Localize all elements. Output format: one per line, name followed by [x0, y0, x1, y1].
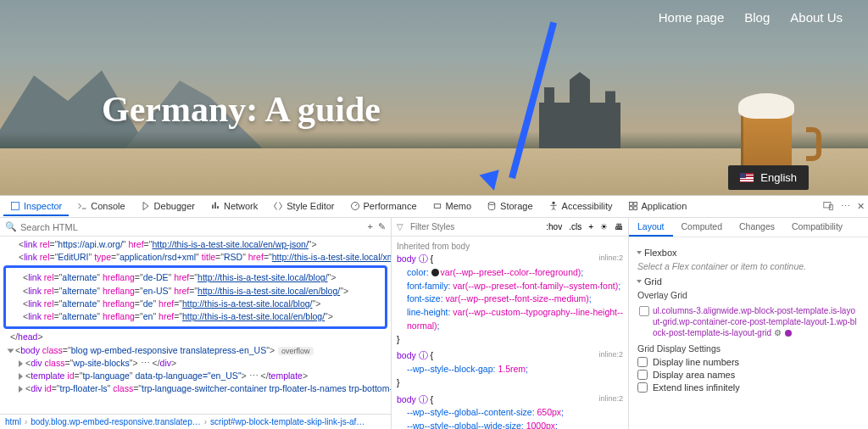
- page-title: Germany: A guide: [102, 89, 381, 130]
- grid-header[interactable]: Grid: [637, 276, 860, 287]
- cls-toggle[interactable]: .cls: [569, 222, 581, 231]
- styles-filter-input[interactable]: [410, 222, 539, 231]
- tab-debugger[interactable]: Debugger: [134, 198, 202, 216]
- svg-rect-2: [434, 203, 441, 208]
- nav-about[interactable]: About Us: [790, 10, 843, 25]
- html-search-input[interactable]: [20, 222, 364, 232]
- language-label: English: [760, 171, 797, 184]
- tab-network[interactable]: Network: [203, 198, 264, 216]
- flexbox-header[interactable]: Flexbox: [637, 248, 860, 258]
- close-icon[interactable]: ✕: [857, 201, 865, 212]
- nav-home[interactable]: Home page: [659, 10, 725, 25]
- add-icon[interactable]: +: [368, 221, 373, 232]
- layout-tab-changes[interactable]: Changes: [731, 218, 783, 237]
- more-icon[interactable]: ⋯: [841, 201, 850, 212]
- layout-tab-computed[interactable]: Computed: [673, 218, 731, 237]
- devtools-tabs: Inspector Console Debugger Network Style…: [0, 196, 868, 218]
- main-nav: Home page Blog About Us: [659, 10, 843, 25]
- svg-rect-8: [633, 206, 637, 209]
- breadcrumb[interactable]: html› body.blog.wp-embed-responsive.tran…: [0, 414, 391, 429]
- svg-point-4: [552, 201, 554, 203]
- filter-icon: ▽: [397, 222, 403, 231]
- svg-rect-5: [629, 202, 632, 205]
- layout-panel: Layout Computed Changes Compatibility Fl…: [629, 218, 868, 429]
- print-icon[interactable]: 🖶: [615, 222, 623, 231]
- tab-memory[interactable]: Memo: [426, 198, 479, 216]
- grid-settings-label: Grid Display Settings: [637, 343, 860, 354]
- add-rule-icon[interactable]: +: [588, 222, 593, 231]
- svg-rect-6: [633, 202, 637, 205]
- language-switcher[interactable]: English: [728, 165, 809, 190]
- styles-panel: ▽ :hov .cls + ☀ 🖶 Inherited from body bo…: [392, 218, 629, 429]
- tab-inspector[interactable]: Inspector: [3, 198, 69, 216]
- check-area-names[interactable]: Display area names: [637, 370, 860, 380]
- tab-application[interactable]: Application: [621, 198, 694, 216]
- hov-toggle[interactable]: :hov: [546, 222, 562, 231]
- check-extend-lines[interactable]: Extend lines infinitely: [637, 382, 860, 393]
- highlighted-hreflang-links: <link rel="alternate" hreflang="de-DE" h…: [3, 265, 387, 329]
- tab-console[interactable]: Console: [70, 198, 131, 216]
- eyedropper-icon[interactable]: ✎: [378, 221, 386, 232]
- html-tree[interactable]: <link rel="https://api.w.org/" href="htt…: [0, 237, 391, 414]
- page-hero: Home page Blog About Us Germany: A guide…: [0, 0, 868, 195]
- tab-styleeditor[interactable]: Style Editor: [266, 198, 341, 216]
- overlay-grid-label: Overlay Grid: [637, 290, 860, 300]
- nav-blog[interactable]: Blog: [744, 10, 770, 25]
- tab-accessibility[interactable]: Accessibility: [542, 198, 620, 216]
- layout-tab-layout[interactable]: Layout: [629, 218, 673, 237]
- svg-point-3: [488, 202, 495, 204]
- html-panel: 🔍 + ✎ <link rel="https://api.w.org/" hre…: [0, 218, 392, 429]
- search-icon: 🔍: [5, 221, 17, 232]
- svg-rect-7: [629, 206, 632, 209]
- tab-storage[interactable]: Storage: [480, 198, 540, 216]
- check-line-numbers[interactable]: Display line numbers: [637, 357, 860, 367]
- tab-performance[interactable]: Performance: [343, 198, 424, 216]
- svg-rect-0: [12, 202, 19, 209]
- layout-tab-compat[interactable]: Compatibility: [783, 218, 851, 237]
- responsive-icon[interactable]: [823, 200, 834, 213]
- decorative-beer: [741, 85, 809, 178]
- us-flag-icon: [740, 173, 754, 182]
- grid-overlay-item[interactable]: ul.columns-3.alignwide.wp-block-post-tem…: [637, 304, 860, 340]
- flexbox-hint: Select a Flex container or item to conti…: [637, 261, 860, 271]
- light-icon[interactable]: ☀: [600, 222, 608, 231]
- devtools-panel: Inspector Console Debugger Network Style…: [0, 195, 868, 429]
- rules-list[interactable]: Inherited from body body ⓘ {inline:2 col…: [392, 237, 628, 429]
